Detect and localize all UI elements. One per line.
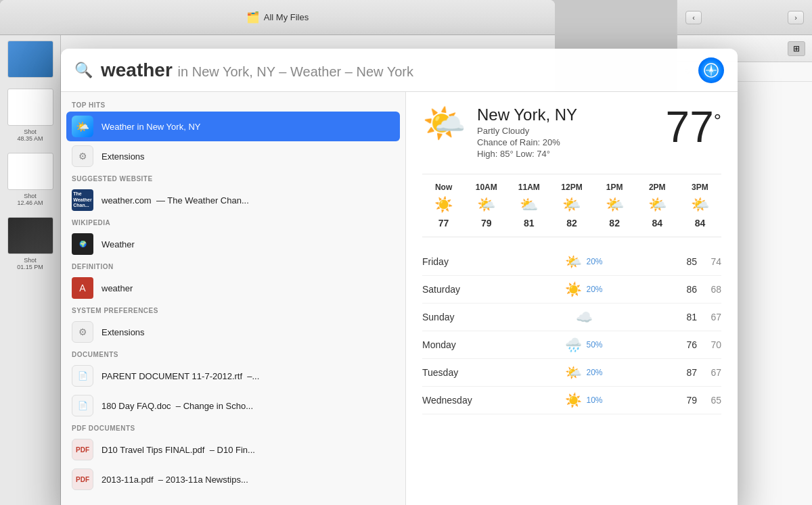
result-item-parent-doc[interactable]: 📄 PARENT DOCUMENT 11-7-2012.rtf –... <box>61 361 405 391</box>
hour-col-11am: 11AM ⛅ 81 <box>508 183 550 229</box>
finder-title-text: All My Files <box>264 12 309 22</box>
finder-title-icon: 🗂️ <box>246 11 260 24</box>
result-text-weather-com: weather.com — The Weather Chan... <box>102 195 394 206</box>
day-name-saturday: Saturday <box>422 284 490 295</box>
calendar-prev-button[interactable]: ‹ <box>685 11 702 24</box>
hour-icon-2pm: 🌤️ <box>648 196 667 214</box>
weather-detail-panel: 🌤️ New York, NY Partly Cloudy Chance of … <box>406 92 738 505</box>
result-item-weather-wiki[interactable]: 🌍 Weather <box>61 229 405 259</box>
hour-col-now: Now ☀️ 77 <box>422 183 465 229</box>
result-icon-ext-2: ⚙ <box>72 321 93 343</box>
hour-temp-3pm: 84 <box>695 218 706 229</box>
day-high-wednesday: 79 <box>678 395 697 406</box>
result-icon-doc-2: 📄 <box>72 395 93 416</box>
hour-temp-10am: 79 <box>481 218 492 229</box>
result-icon-pdf-1: PDF <box>72 439 93 460</box>
day-rain-wednesday: 10% <box>586 395 602 405</box>
weather-temp-value: 77 <box>666 103 714 151</box>
day-high-saturday: 86 <box>678 284 697 295</box>
result-title-parent-doc: PARENT DOCUMENT 11-7-2012.rtf –... <box>102 371 394 381</box>
day-low-tuesday: 67 <box>702 367 721 378</box>
weather-condition: Partly Cloudy Chance of Rain: 20% High: … <box>477 126 666 159</box>
hour-col-1pm: 1PM 🌤️ 82 <box>593 183 636 229</box>
section-header-suggested: SUGGESTED WEBSITE <box>61 171 405 185</box>
hour-label-10am: 10AM <box>476 183 497 192</box>
thumb-item-2: Shot48.35 AM <box>0 83 60 147</box>
weather-temp-unit: ° <box>714 110 721 131</box>
result-text-newstips-pdf: 2013-11a.pdf – 2013-11a Newstips... <box>102 475 394 485</box>
daily-row-tuesday: Tuesday 🌤️ 20% 87 67 <box>422 359 721 387</box>
day-high-monday: 76 <box>678 339 697 350</box>
calendar-header: ‹ › <box>677 0 812 35</box>
hour-col-10am: 10AM 🌤️ 79 <box>465 183 508 229</box>
finder-title: 🗂️ All My Files <box>246 11 309 24</box>
thumb-image-3 <box>7 153 53 190</box>
hour-temp-1pm: 82 <box>609 218 620 229</box>
hour-label-2pm: 2PM <box>649 183 666 192</box>
safari-icon[interactable] <box>698 57 724 83</box>
result-item-extensions-2[interactable]: ⚙ Extensions <box>61 317 405 347</box>
day-weather-icon-tuesday: 🌤️ <box>565 364 582 381</box>
result-item-newstips-pdf[interactable]: PDF 2013-11a.pdf – 2013-11a Newstips... <box>61 464 405 494</box>
day-rain-monday: 50% <box>586 340 602 350</box>
result-item-faq-doc[interactable]: 📄 180 Day FAQ.doc – Change in Scho... <box>61 391 405 420</box>
hour-temp-2pm: 84 <box>652 218 662 229</box>
result-text-parent-doc: PARENT DOCUMENT 11-7-2012.rtf –... <box>102 371 394 381</box>
search-query-bold: weather <box>101 59 173 80</box>
day-weather-icon-friday: 🌤️ <box>565 254 582 270</box>
result-title-faq-doc: 180 Day FAQ.doc – Change in Scho... <box>102 401 394 411</box>
calendar-view-icon[interactable]: ⊞ <box>788 41 805 56</box>
hourly-forecast-grid: Now ☀️ 77 10AM 🌤️ 79 11AM ⛅ 81 12PM 🌤️ <box>422 174 721 237</box>
hour-label-3pm: 3PM <box>692 183 708 192</box>
result-item-weather-def[interactable]: A weather <box>61 273 405 303</box>
hour-col-2pm: 2PM 🌤️ 84 <box>636 183 679 229</box>
result-icon-dict: A <box>72 277 93 299</box>
result-text-weather-def: weather <box>102 283 394 293</box>
result-title-extensions-2: Extensions <box>102 327 394 337</box>
results-panel[interactable]: TOP HITS 🌤️ Weather in New York, NY ⚙ Ex… <box>61 92 406 505</box>
search-query-suffix: in New York, NY – Weather – New York <box>178 64 413 79</box>
result-title-weather-wiki: Weather <box>102 239 394 249</box>
calendar-next-button[interactable]: › <box>788 11 804 24</box>
result-item-travel-pdf[interactable]: PDF D10 Travel Tips FINAL.pdf – D10 Fin.… <box>61 435 405 464</box>
hour-label-12pm: 12PM <box>561 183 582 192</box>
weather-rain-chance: Chance of Rain: 20% <box>477 137 666 147</box>
day-rain-tuesday: 20% <box>586 368 602 377</box>
day-icon-wednesday: ☀️ 10% <box>495 392 673 408</box>
day-icon-friday: 🌤️ 20% <box>495 254 673 270</box>
day-icon-monday: 🌧️ 50% <box>495 337 673 353</box>
result-title-weather-ny: Weather in New York, NY <box>102 122 394 132</box>
result-icon-wiki: 🌍 <box>72 233 93 255</box>
hour-temp-now: 77 <box>438 218 449 229</box>
result-icon-weather-com: TheWeatherChan... <box>72 189 93 211</box>
day-low-monday: 70 <box>702 339 721 350</box>
hour-icon-3pm: 🌤️ <box>691 196 709 214</box>
hour-icon-11am: ⛅ <box>520 196 538 214</box>
result-text-weather-wiki: Weather <box>102 239 394 249</box>
thumb-item-1 <box>0 35 60 83</box>
day-low-sunday: 67 <box>702 312 721 322</box>
result-item-weather-ny[interactable]: 🌤️ Weather in New York, NY <box>66 112 400 141</box>
section-header-wikipedia: WIKIPEDIA <box>61 215 405 229</box>
result-item-weather-com[interactable]: TheWeatherChan... weather.com — The Weat… <box>61 185 405 215</box>
hour-icon-now: ☀️ <box>434 196 453 214</box>
day-rain-saturday: 20% <box>586 285 602 294</box>
day-icon-saturday: ☀️ 20% <box>495 281 673 297</box>
hour-icon-12pm: 🌤️ <box>562 196 581 214</box>
weather-info: New York, NY Partly Cloudy Chance of Rai… <box>477 105 666 160</box>
day-low-saturday: 68 <box>702 284 721 295</box>
day-high-friday: 85 <box>678 256 697 267</box>
result-text-extensions-2: Extensions <box>102 327 394 337</box>
result-text-travel-pdf: D10 Travel Tips FINAL.pdf – D10 Fin... <box>102 445 394 455</box>
day-name-wednesday: Wednesday <box>422 395 490 406</box>
daily-row-monday: Monday 🌧️ 50% 76 70 <box>422 331 721 359</box>
hour-label-11am: 11AM <box>518 183 540 192</box>
search-bar: 🔍 weather in New York, NY – Weather – Ne… <box>61 49 738 92</box>
result-icon-ext-1: ⚙ <box>72 145 93 167</box>
day-rain-friday: 20% <box>586 257 602 266</box>
hour-temp-12pm: 82 <box>566 218 577 229</box>
daily-row-wednesday: Wednesday ☀️ 10% 79 65 <box>422 387 721 414</box>
result-item-extensions-1[interactable]: ⚙ Extensions <box>61 141 405 171</box>
hour-icon-1pm: 🌤️ <box>606 196 624 214</box>
result-text-extensions-1: Extensions <box>102 151 394 162</box>
